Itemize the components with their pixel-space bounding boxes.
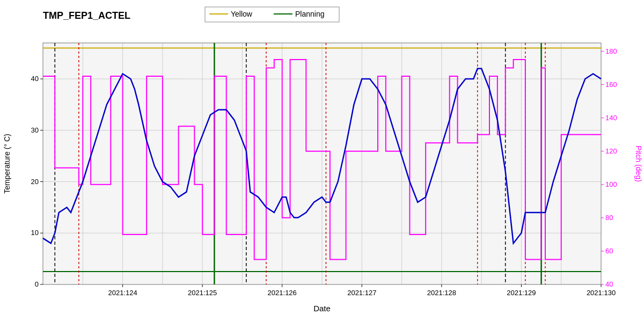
chart-container <box>0 0 644 322</box>
chart-canvas <box>0 0 644 322</box>
